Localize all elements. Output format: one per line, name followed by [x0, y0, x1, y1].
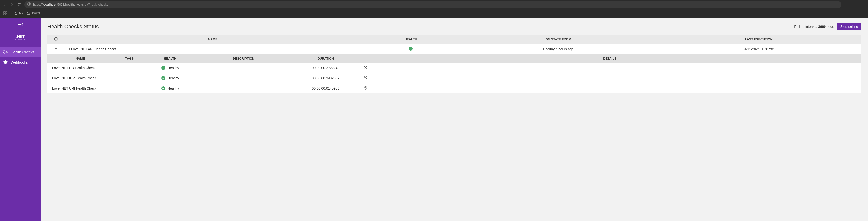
check-circle-icon	[408, 47, 413, 51]
url-prefix: https://	[33, 3, 42, 6]
polling-prefix: Polling interval:	[794, 25, 818, 28]
detail-details-cell	[359, 63, 861, 73]
detail-name: I Love .NET IDP Health Check	[48, 73, 113, 83]
detail-health: Healthy	[146, 73, 194, 83]
menu-collapse-icon	[17, 22, 24, 27]
logo: .NET foundation	[0, 31, 40, 44]
app-container: .NET foundation Health Checks Webhooks H…	[0, 18, 868, 221]
detail-desc	[194, 73, 293, 83]
detail-duration: 00:00:00.2722249	[293, 63, 359, 73]
history-icon[interactable]	[363, 76, 368, 80]
url-text: https://localhost:5001/healthchecks-ui#/…	[33, 3, 108, 6]
url-path: /healthchecks-ui#/healthchecks	[64, 3, 108, 6]
detail-details-cell	[359, 83, 861, 93]
gear-icon	[2, 59, 8, 65]
forward-icon[interactable]	[10, 2, 14, 7]
col-onstate-header: ON STATE FROM	[461, 34, 656, 44]
dcol-name-header: NAME	[48, 54, 113, 63]
url-host: localhost	[42, 3, 56, 6]
globe-icon	[27, 2, 31, 7]
svg-rect-1	[4, 12, 5, 13]
detail-health-text: Healthy	[167, 66, 179, 70]
expand-all-icon[interactable]	[54, 37, 58, 41]
expand-column-header	[48, 34, 64, 44]
sidebar: .NET foundation Health Checks Webhooks	[0, 18, 40, 221]
sidebar-item-label: Webhooks	[11, 60, 28, 64]
browser-chrome: https://localhost:5001/healthchecks-ui#/…	[0, 0, 868, 18]
polling-value: 3600	[818, 25, 826, 28]
dcol-tags-header: TAGS	[113, 54, 146, 63]
collapse-icon[interactable]	[54, 47, 58, 50]
detail-table: NAME TAGS HEALTH DESCRIPTION DURATION DE…	[48, 54, 861, 93]
bookmarks-row: RX TWKS	[0, 9, 868, 18]
col-name-header: NAME	[64, 34, 361, 44]
check-circle-icon	[161, 76, 165, 80]
dcol-health-header: HEALTH	[146, 54, 194, 63]
dcol-dur-header: DURATION	[293, 54, 359, 63]
dcol-desc-header: DESCRIPTION	[194, 54, 293, 63]
sidebar-toggle[interactable]	[0, 18, 40, 31]
check-name: I Love .NET API Health Checks	[64, 44, 361, 54]
detail-desc	[194, 83, 293, 93]
detail-name: I Love .NET DB Health Check	[48, 63, 113, 73]
last-exec-value: 01/11/2024, 19:07:04	[656, 44, 861, 54]
detail-row: I Love .NET URI Health Check Healthy 00:…	[48, 83, 861, 93]
sidebar-item-health-checks[interactable]: Health Checks	[0, 47, 40, 57]
apps-grid-icon[interactable]	[3, 11, 7, 16]
sidebar-item-webhooks[interactable]: Webhooks	[0, 57, 40, 67]
detail-details-cell	[359, 73, 861, 83]
check-circle-icon	[161, 86, 165, 90]
page-title: Health Checks Status	[48, 23, 99, 30]
page-header: Health Checks Status Polling interval: 3…	[48, 23, 861, 30]
detail-row: I Love .NET IDP Health Check Healthy 00:…	[48, 73, 861, 83]
detail-duration: 00:00:00.3482807	[293, 73, 359, 83]
svg-rect-3	[4, 13, 5, 15]
health-cell	[361, 44, 461, 54]
logo-text: NET	[17, 34, 25, 39]
svg-rect-2	[6, 12, 7, 13]
sidebar-item-label: Health Checks	[11, 50, 34, 54]
history-icon[interactable]	[363, 86, 368, 90]
folder-icon	[27, 12, 30, 15]
detail-tags	[113, 83, 146, 93]
bookmark-rx[interactable]: RX	[14, 12, 23, 15]
back-icon[interactable]	[2, 2, 7, 7]
detail-health-text: Healthy	[167, 86, 179, 90]
polling-suffix: secs	[826, 25, 834, 28]
detail-desc	[194, 63, 293, 73]
col-health-header: HEALTH	[361, 34, 461, 44]
detail-row: I Love .NET DB Health Check Healthy 00:0…	[48, 63, 861, 73]
bookmark-label: TWKS	[32, 12, 40, 15]
history-icon[interactable]	[363, 65, 368, 70]
nav-row: https://localhost:5001/healthchecks-ui#/…	[0, 0, 868, 9]
detail-health: Healthy	[146, 63, 194, 73]
detail-name: I Love .NET URI Health Check	[48, 83, 113, 93]
polling-interval-text: Polling interval: 3600 secs	[794, 25, 834, 28]
table-row: I Love .NET API Health Checks Healthy 4 …	[48, 44, 861, 54]
detail-health-text: Healthy	[167, 76, 179, 80]
logo-subtitle: foundation	[15, 38, 25, 41]
bookmark-twks[interactable]: TWKS	[27, 12, 40, 15]
detail-tags	[113, 63, 146, 73]
nav-list: Health Checks Webhooks	[0, 47, 40, 67]
dcol-details-header: DETAILS	[359, 54, 861, 63]
url-port: :5001	[56, 3, 64, 6]
folder-icon	[14, 12, 18, 15]
reload-icon[interactable]	[17, 2, 21, 7]
on-state-value: Healthy 4 hours ago	[461, 44, 656, 54]
url-bar[interactable]: https://localhost:5001/healthchecks-ui#/…	[24, 1, 841, 8]
header-right: Polling interval: 3600 secs Stop polling	[794, 23, 861, 30]
expand-cell	[48, 44, 64, 54]
detail-health: Healthy	[146, 83, 194, 93]
svg-rect-4	[6, 13, 7, 15]
detail-duration: 00:00:00.0145950	[293, 83, 359, 93]
check-circle-icon	[161, 66, 165, 70]
heartbeat-icon	[2, 49, 8, 55]
col-lastexec-header: LAST EXECUTION	[656, 34, 861, 44]
detail-tags	[113, 73, 146, 83]
bookmark-label: RX	[19, 12, 23, 15]
stop-polling-button[interactable]: Stop polling	[837, 23, 861, 30]
main-content: Health Checks Status Polling interval: 3…	[40, 18, 868, 221]
health-checks-table: NAME HEALTH ON STATE FROM LAST EXECUTION…	[48, 34, 861, 54]
